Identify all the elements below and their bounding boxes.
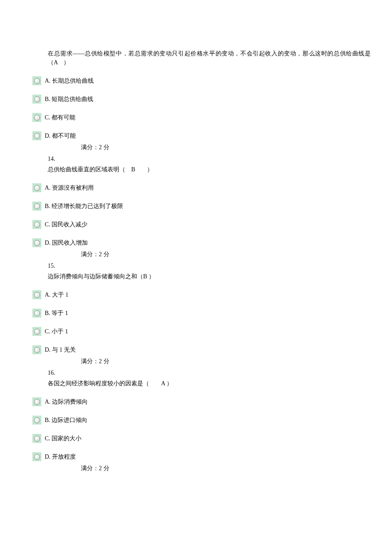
radio-icon[interactable] [32,327,41,336]
option-row: C. 小于 1 [32,327,392,336]
radio-icon[interactable] [32,113,41,122]
option-label: D. 都不可能 [45,131,76,140]
option-label: D. 国民收入增加 [45,238,88,247]
score-text: 满分：2 分 [0,357,392,366]
option-label: C. 都有可能 [45,113,75,122]
option-row: C. 都有可能 [32,113,392,122]
option-row: A. 长期总供给曲线 [32,76,392,85]
radio-icon[interactable] [32,416,41,425]
option-row: C. 国家的大小 [32,434,392,443]
option-label: B. 边际进口倾向 [45,416,87,425]
option-row: B. 短期总供给曲线 [32,95,392,104]
option-row: A. 边际消费倾向 [32,397,392,406]
option-label: D. 开放程度 [45,452,76,461]
radio-icon[interactable] [32,345,41,354]
option-row: D. 与 1 无关 [32,345,392,354]
radio-icon[interactable] [32,238,41,247]
radio-icon[interactable] [32,131,41,140]
question-16-options: A. 边际消费倾向 B. 边际进口倾向 C. 国家的大小 D. 开放程度 [0,397,392,461]
option-row: B. 经济增长能力已达到了极限 [32,202,392,211]
question-15-stem: 边际消费倾向与边际储蓄倾向之和（B ） [0,272,392,281]
score-text: 满分：2 分 [0,143,392,152]
question-15-number: 15. [0,261,392,270]
radio-icon[interactable] [32,95,41,104]
question-13-stem: 在总需求——总供给模型中，若总需求的变动只引起价格水平的变动，不会引起收入的变动… [0,49,392,67]
radio-icon[interactable] [32,76,41,85]
option-row: B. 边际进口倾向 [32,416,392,425]
question-16-number: 16. [0,368,392,377]
radio-icon[interactable] [32,434,41,443]
question-text: 在总需求——总供给模型中，若总需求的变动只引起价格水平的变动，不会引起收入的变动… [48,50,371,66]
option-row: C. 国民收入减少 [32,220,392,229]
document-page: 在总需求——总供给模型中，若总需求的变动只引起价格水平的变动，不会引起收入的变动… [0,0,392,555]
question-14-stem: 总供给曲线垂直的区域表明（ B ） [0,165,392,174]
option-label: B. 经济增长能力已达到了极限 [45,202,123,211]
option-label: C. 小于 1 [45,327,68,336]
option-label: A. 大于 1 [45,290,69,299]
radio-icon[interactable] [32,452,41,461]
option-label: A. 长期总供给曲线 [45,76,94,85]
score-text: 满分：2 分 [0,464,392,473]
score-text: 满分：2 分 [0,250,392,259]
option-label: D. 与 1 无关 [45,345,76,354]
option-row: B. 等于 1 [32,309,392,318]
question-14-number: 14. [0,154,392,163]
radio-icon[interactable] [32,290,41,299]
option-label: A. 边际消费倾向 [45,397,88,406]
option-row: D. 开放程度 [32,452,392,461]
radio-icon[interactable] [32,220,41,229]
question-16-stem: 各国之间经济影响程度较小的因素是（ A ） [0,379,392,388]
question-15-options: A. 大于 1 B. 等于 1 C. 小于 1 D. 与 1 无关 [0,290,392,354]
option-row: D. 都不可能 [32,131,392,140]
radio-icon[interactable] [32,309,41,318]
option-row: D. 国民收入增加 [32,238,392,247]
option-label: C. 国民收入减少 [45,220,87,229]
option-row: A. 大于 1 [32,290,392,299]
question-13-options: A. 长期总供给曲线 B. 短期总供给曲线 C. 都有可能 D. 都不可能 [0,76,392,140]
option-label: A. 资源没有被利用 [45,183,94,192]
option-label: C. 国家的大小 [45,434,81,443]
radio-icon[interactable] [32,202,41,211]
radio-icon[interactable] [32,183,41,192]
radio-icon[interactable] [32,397,41,406]
option-label: B. 短期总供给曲线 [45,95,93,104]
option-label: B. 等于 1 [45,309,68,318]
question-14-options: A. 资源没有被利用 B. 经济增长能力已达到了极限 C. 国民收入减少 D. … [0,183,392,247]
option-row: A. 资源没有被利用 [32,183,392,192]
